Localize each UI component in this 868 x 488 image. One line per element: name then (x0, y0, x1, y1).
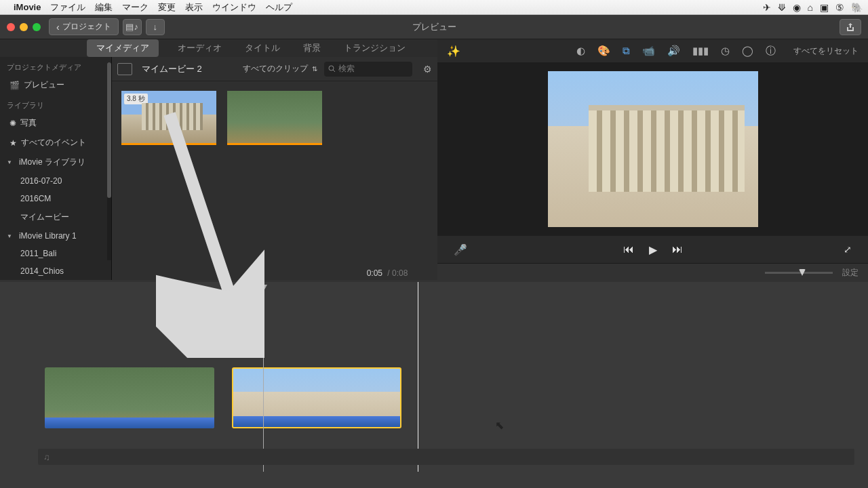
menu-mark[interactable]: マーク (122, 1, 149, 14)
window-titlebar: プロジェクト ▤♪ ↓ プレビュー (0, 15, 868, 39)
clip-filter-icon[interactable]: ◯ (742, 45, 753, 57)
total-time: 0:08 (392, 268, 408, 278)
search-input[interactable]: 検索 (324, 62, 412, 77)
info-icon[interactable]: ⓘ (766, 45, 776, 58)
timeline-settings-button[interactable]: 設定 (842, 267, 859, 279)
clapperboard-icon: 🎬 (9, 81, 20, 90)
timeline[interactable]: ♫ (0, 282, 868, 472)
menu-file[interactable]: ファイル (50, 1, 85, 14)
filter-label: すべてのクリップ (243, 63, 308, 75)
timeline-clip[interactable] (45, 367, 214, 428)
timeline-clip-selected[interactable] (232, 367, 401, 428)
sidebar-item-label: iMovie ライブラリ (19, 157, 85, 168)
svg-line-1 (333, 70, 335, 72)
media-tabs: マイメディア オーディオ タイトル 背景 トランジション (0, 39, 437, 57)
preview-viewer (437, 62, 868, 236)
sidebar-item-preview[interactable]: 🎬プレビュー (0, 75, 111, 95)
menu-view[interactable]: 表示 (185, 1, 203, 14)
timecode: 0:05 / 0:08 (367, 268, 408, 278)
mouse-cursor-icon: ⬉ (495, 419, 504, 432)
tab-my-media[interactable]: マイメディア (87, 39, 159, 57)
layout-toggle-icon[interactable] (117, 63, 132, 75)
stabilization-icon[interactable]: 📹 (642, 45, 655, 57)
gear-icon[interactable]: ⚙ (423, 64, 432, 75)
browser-toolbar: マイムービー 2 すべてのクリップ 検索 ⚙ (112, 57, 437, 81)
sidebar-scrollbar-thumb[interactable] (107, 62, 111, 198)
voiceover-icon[interactable]: 🎤 (454, 243, 467, 256)
enhance-icon[interactable]: ✨ (447, 45, 460, 58)
share-button[interactable] (840, 19, 861, 35)
library-sidebar: プロジェクトメディア 🎬プレビュー ライブラリ ✺写真 ★すべてのイベント iM… (0, 57, 112, 280)
sidebar-event[interactable]: マイムービー (0, 207, 111, 227)
library-view-button[interactable]: ▤♪ (123, 19, 142, 35)
background-music-track[interactable]: ♫ (38, 449, 854, 465)
sidebar-section-project: プロジェクトメディア (0, 57, 111, 75)
reset-all-button[interactable]: すべてをリセット (793, 45, 859, 57)
menu-help[interactable]: ヘルプ (266, 1, 292, 14)
back-label: プロジェクト (62, 21, 111, 33)
sidebar-library-1[interactable]: iMovie ライブラリ (0, 152, 111, 172)
prev-button[interactable]: ⏮ (623, 243, 634, 256)
minimize-button[interactable] (20, 23, 28, 31)
dropbox-icon[interactable]: ⟱ (778, 2, 786, 13)
sidebar-item-label: iMovie Library 1 (19, 231, 77, 241)
main-playhead[interactable] (418, 282, 418, 472)
star-icon: ★ (9, 138, 17, 148)
search-placeholder: 検索 (338, 63, 355, 75)
speed-icon[interactable]: ◷ (721, 45, 730, 57)
sidebar-section-library: ライブラリ (0, 95, 111, 113)
maximize-button[interactable] (33, 23, 41, 31)
next-button[interactable]: ⏭ (672, 243, 683, 256)
preview-frame (548, 71, 758, 227)
menu-modify[interactable]: 変更 (158, 1, 176, 14)
status-icon[interactable]: ◉ (793, 2, 801, 13)
sidebar-event[interactable]: 2016CM (0, 190, 111, 207)
tab-audio[interactable]: オーディオ (174, 39, 226, 57)
tab-transitions[interactable]: トランジション (340, 39, 410, 57)
sidebar-item-all-events[interactable]: ★すべてのイベント (0, 133, 111, 152)
color-balance-icon[interactable]: ◐ (576, 45, 585, 57)
sidebar-event[interactable]: 2011_Bali (0, 245, 111, 262)
menu-window[interactable]: ウインドウ (212, 1, 256, 14)
sidebar-item-label: すべてのイベント (21, 137, 86, 148)
clip-browser: 3.8 秒 (112, 81, 437, 280)
clip-duration-badge: 3.8 秒 (124, 94, 148, 104)
status-icon[interactable]: ⑤ (835, 2, 844, 13)
menu-edit[interactable]: 編集 (95, 1, 113, 14)
app-menu[interactable]: iMovie (14, 2, 41, 12)
crop-icon[interactable]: ⧉ (623, 45, 630, 57)
sidebar-library-2[interactable]: iMovie Library 1 (0, 227, 111, 245)
status-icon[interactable]: ▣ (820, 2, 829, 13)
sidebar-item-label: プレビュー (24, 79, 64, 91)
color-correction-icon[interactable]: 🎨 (597, 45, 610, 57)
volume-icon[interactable]: 🔊 (667, 45, 680, 57)
playback-controls: 🎤 ⏮ ▶ ⏭ ⤢ (437, 236, 868, 263)
sidebar-item-label: 写真 (20, 117, 37, 129)
media-clip-thumbnail[interactable]: 3.8 秒 (121, 91, 216, 145)
sidebar-event[interactable]: 2016-07-20 (0, 172, 111, 190)
skimmer-playhead[interactable] (263, 285, 264, 472)
search-icon (328, 65, 336, 73)
sidebar-item-photos[interactable]: ✺写真 (0, 113, 111, 133)
svg-point-0 (329, 66, 334, 70)
status-icon[interactable]: ✈ (763, 2, 771, 13)
evernote-icon[interactable]: 🐘 (851, 2, 863, 13)
clip-audio-waveform (45, 418, 214, 428)
window-controls (7, 23, 41, 31)
play-button[interactable]: ▶ (649, 243, 657, 256)
clip-audio-waveform (233, 416, 400, 427)
back-to-projects-button[interactable]: プロジェクト (49, 18, 119, 35)
media-clip-thumbnail[interactable] (227, 91, 322, 145)
sidebar-event[interactable]: 2014_Chios (0, 262, 111, 280)
noise-reduction-icon[interactable]: ▮▮▮ (692, 45, 709, 57)
tab-backgrounds[interactable]: 背景 (299, 39, 325, 57)
import-button[interactable]: ↓ (146, 19, 165, 35)
tab-titles[interactable]: タイトル (241, 39, 284, 57)
clip-filter-dropdown[interactable]: すべてのクリップ (243, 63, 317, 75)
current-time: 0:05 (367, 268, 382, 278)
fullscreen-icon[interactable]: ⤢ (844, 244, 852, 255)
zoom-slider[interactable] (765, 272, 833, 274)
close-button[interactable] (7, 23, 15, 31)
status-icon[interactable]: ⌂ (808, 2, 813, 13)
menubar-status-icons: ✈ ⟱ ◉ ⌂ ▣ ⑤ 🐘 (763, 2, 863, 13)
